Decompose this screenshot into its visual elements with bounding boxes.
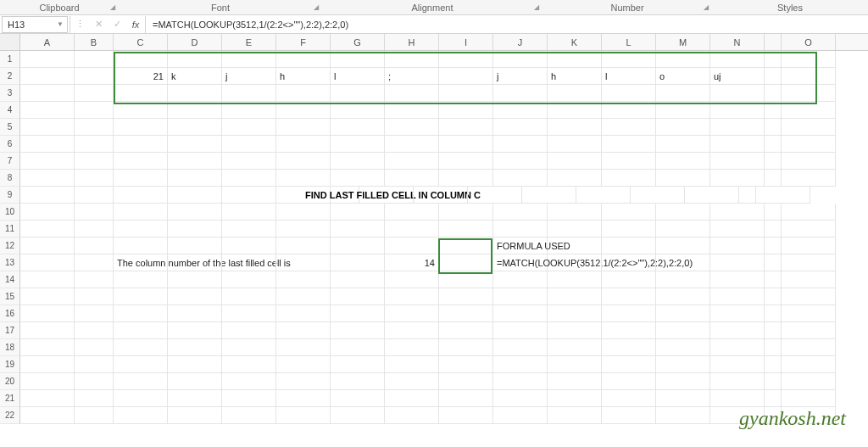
cell[interactable] (168, 187, 222, 204)
cell[interactable] (20, 373, 75, 390)
cell[interactable] (222, 102, 276, 119)
fx-icon[interactable]: fx (126, 16, 145, 33)
row-header[interactable]: 5 (0, 119, 20, 136)
cell[interactable] (765, 288, 782, 305)
cell[interactable] (493, 356, 548, 373)
cell[interactable] (493, 221, 548, 237)
cell[interactable] (20, 339, 75, 356)
cell[interactable] (765, 271, 782, 288)
cell[interactable] (765, 373, 782, 390)
cell[interactable] (331, 204, 385, 221)
cell[interactable] (20, 153, 75, 170)
cell[interactable] (548, 51, 602, 68)
cell[interactable] (493, 339, 548, 356)
cell[interactable] (222, 153, 276, 170)
cell[interactable] (468, 187, 522, 204)
column-header[interactable]: M (656, 34, 710, 50)
cell[interactable] (656, 51, 710, 68)
cell[interactable] (75, 187, 114, 204)
cell[interactable] (75, 322, 114, 339)
cell[interactable]: =MATCH(LOOKUP(3512,1/(2:2<>""),2:2),2:2,… (493, 254, 548, 271)
cell[interactable] (385, 339, 439, 356)
cell[interactable] (331, 390, 385, 407)
cell[interactable] (276, 322, 331, 339)
cell[interactable] (222, 305, 276, 322)
cell[interactable] (493, 51, 548, 68)
cell[interactable] (20, 51, 75, 68)
dialog-launcher-icon[interactable]: ◢ (534, 3, 539, 11)
cell[interactable] (782, 356, 836, 373)
cell[interactable] (276, 102, 331, 119)
cell[interactable] (168, 102, 222, 119)
cell[interactable] (75, 68, 114, 85)
cell[interactable] (276, 85, 331, 102)
cell[interactable] (493, 407, 548, 424)
row-header[interactable]: 20 (0, 373, 20, 390)
cell[interactable] (439, 305, 493, 322)
row-header[interactable]: 2 (0, 68, 20, 85)
cell[interactable] (20, 271, 75, 288)
cell[interactable] (782, 68, 836, 85)
cell[interactable] (75, 119, 114, 136)
cell[interactable] (331, 339, 385, 356)
cell[interactable]: FORMULA USED (493, 237, 548, 254)
column-header[interactable]: I (439, 34, 493, 50)
cell[interactable] (782, 305, 836, 322)
cell[interactable] (493, 119, 548, 136)
cell[interactable] (656, 305, 710, 322)
cell[interactable] (782, 288, 836, 305)
column-header[interactable]: J (493, 34, 548, 50)
cell[interactable] (331, 85, 385, 102)
cell[interactable] (20, 136, 75, 153)
cell[interactable] (276, 390, 331, 407)
cell[interactable]: h (548, 68, 602, 85)
cell[interactable] (602, 288, 656, 305)
cell[interactable] (782, 373, 836, 390)
cell[interactable] (385, 170, 439, 187)
row-header[interactable]: 18 (0, 339, 20, 356)
row-header[interactable]: 9 (0, 187, 20, 204)
cell[interactable] (656, 288, 710, 305)
cell[interactable] (439, 271, 493, 288)
cell[interactable] (710, 288, 765, 305)
cell[interactable] (114, 322, 168, 339)
row-header[interactable]: 1 (0, 51, 20, 68)
cell[interactable] (276, 288, 331, 305)
cell[interactable] (414, 187, 468, 204)
cell[interactable] (439, 85, 493, 102)
cell[interactable] (782, 322, 836, 339)
cell[interactable] (331, 322, 385, 339)
cell[interactable] (710, 221, 765, 237)
cell[interactable] (75, 254, 114, 271)
cell[interactable] (276, 373, 331, 390)
cell[interactable] (114, 373, 168, 390)
cell[interactable] (20, 204, 75, 221)
cell[interactable] (493, 170, 548, 187)
column-header[interactable]: O (782, 34, 836, 50)
cell[interactable] (222, 204, 276, 221)
cell[interactable] (168, 390, 222, 407)
cell[interactable] (782, 204, 836, 221)
cell[interactable] (782, 339, 836, 356)
cell[interactable] (20, 254, 75, 271)
cell[interactable] (75, 85, 114, 102)
cell[interactable] (276, 153, 331, 170)
cell[interactable] (710, 119, 765, 136)
chevron-down-icon[interactable]: ▼ (57, 20, 67, 28)
cell[interactable] (168, 339, 222, 356)
cell[interactable] (656, 407, 710, 424)
cell[interactable] (75, 288, 114, 305)
cell[interactable] (331, 373, 385, 390)
cell[interactable] (656, 85, 710, 102)
cell[interactable] (548, 339, 602, 356)
cell[interactable] (75, 373, 114, 390)
cell[interactable] (276, 170, 331, 187)
cell[interactable] (493, 305, 548, 322)
cell[interactable] (765, 390, 782, 407)
cell[interactable] (222, 187, 276, 204)
cell[interactable] (602, 373, 656, 390)
row-header[interactable]: 21 (0, 390, 20, 407)
cell[interactable] (710, 153, 765, 170)
cell[interactable] (359, 187, 414, 204)
cell[interactable] (276, 119, 331, 136)
